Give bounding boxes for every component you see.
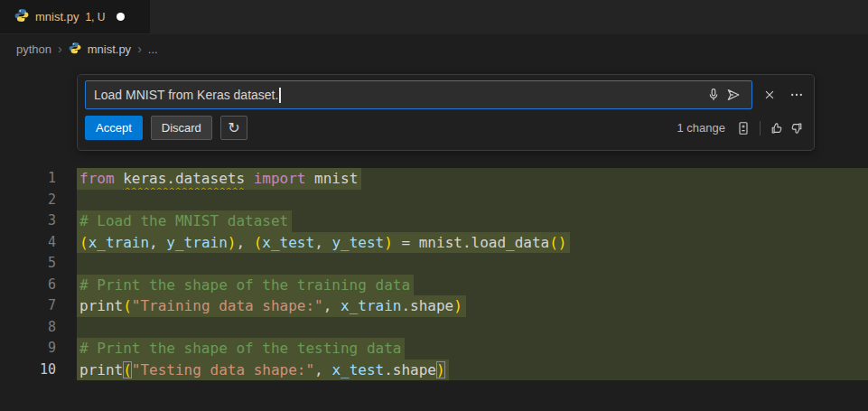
inserted-text-highlight: (x_train, y_train), (x_test, y_test) = m… [77,232,570,254]
code-token: .shape [384,361,436,378]
code-line[interactable]: 6# Print the shape of the training data [0,275,868,296]
code-token: mnist [305,170,358,187]
code-line-content[interactable] [77,190,868,211]
code-token: ( [79,234,89,251]
code-token: ) [228,234,237,251]
diff-file-icon[interactable] [733,118,753,138]
code-line[interactable]: 1from keras.datasets import mnist [0,168,868,190]
code-token: , [314,234,331,251]
python-logo-icon [14,8,29,26]
line-number: 8 [0,317,77,339]
code-token: print [79,361,123,378]
inline-chat-input-row: Load MNIST from Keras dataset. [85,80,807,109]
code-token: # Load the MNIST dataset [79,212,288,229]
editor-area: Load MNIST from Keras dataset. [0,63,868,411]
tab-mnist-py[interactable]: mnist.py 1, U [0,0,150,33]
vscode-editor-group: mnist.py 1, U python › mnist.py › ... Lo… [0,0,868,411]
code-line[interactable]: 8 [0,317,868,339]
code-token: keras.datasets [123,170,245,187]
code-token: .shape [401,297,453,314]
line-number: 1 [0,168,77,190]
line-number: 3 [0,210,77,232]
code-line[interactable]: 4(x_train, y_train), (x_test, y_test) = … [0,232,868,254]
line-number: 2 [0,190,77,211]
code-line[interactable]: 2 [0,190,868,211]
code-token: ) [436,361,445,378]
code-line-content[interactable]: # Load the MNIST dataset [77,210,868,232]
code-token: import [254,170,306,187]
code-token: ) [453,297,462,314]
breadcrumb: python › mnist.py › ... [0,34,868,63]
code-line-content[interactable]: # Print the shape of the testing data [77,338,868,360]
close-icon[interactable] [760,85,779,105]
chevron-right-icon: › [58,42,62,56]
breadcrumb-file[interactable]: mnist.py [88,42,131,56]
code-token: print [79,297,123,314]
code-line-content[interactable]: # Print the shape of the training data [77,275,868,296]
inserted-text-highlight: from keras.datasets import mnist [77,168,361,190]
code-line[interactable]: 9# Print the shape of the testing data [0,338,868,360]
code-token: , [323,297,341,314]
accept-button[interactable]: Accept [85,116,143,140]
text-cursor [279,88,281,103]
tab-decorations: 1, U [85,11,105,23]
code-token: y_train [166,234,227,251]
code-line[interactable]: 10print("Testing data shape:", x_test.sh… [0,360,868,381]
inserted-text-highlight: print("Testing data shape:", x_test.shap… [77,360,449,381]
code-line-content[interactable]: (x_train, y_train), (x_test, y_test) = m… [77,232,868,254]
code-line-content[interactable] [77,317,868,339]
code-token: from [79,170,115,187]
inline-chat-actions-row: Accept Discard ↻ 1 change [85,116,807,140]
code-token: ( [123,297,132,314]
code-line[interactable]: 7print("Training data shape:", x_train.s… [0,295,868,317]
chat-input-text: Load MNIST from Keras dataset. [94,88,278,102]
code-token: y_test [331,234,384,251]
code-line-content[interactable] [77,253,868,275]
retry-icon[interactable]: ↻ [220,116,247,140]
line-number: 6 [0,275,77,296]
inserted-text-highlight: print("Training data shape:", x_train.sh… [77,295,466,317]
discard-button[interactable]: Discard [151,116,212,140]
line-number: 10 [0,360,77,381]
breadcrumb-folder[interactable]: python [16,42,51,56]
changes-count-label[interactable]: 1 change [677,121,726,135]
code-token: # Print the shape of the training data [79,276,410,294]
line-number: 5 [0,253,77,275]
code-token: "Training data shape:" [132,297,323,314]
code-token: x_train [89,234,149,251]
code-token: # Print the shape of the testing data [79,340,401,357]
chat-input[interactable]: Load MNIST from Keras dataset. [85,80,752,109]
separator [760,121,761,135]
code-token: , [314,361,331,378]
code-line-content[interactable]: print("Testing data shape:", x_test.shap… [77,360,868,381]
code-token: x_test [262,234,314,251]
python-logo-icon [69,42,81,57]
code-token: , [236,234,253,251]
line-number: 4 [0,232,77,254]
tab-bar: mnist.py 1, U [0,0,868,34]
code-token: ( [123,361,132,378]
mic-icon[interactable] [704,85,723,105]
code-token: "Testing data shape:" [132,361,314,378]
line-number: 9 [0,338,77,360]
thumbs-up-icon[interactable] [767,118,787,138]
send-icon[interactable] [723,85,743,105]
code-line[interactable]: 5 [0,253,868,275]
code-line-content[interactable]: print("Training data shape:", x_train.sh… [77,295,868,317]
code-lines: 1from keras.datasets import mnist23# Loa… [0,168,868,380]
more-actions-icon[interactable] [787,85,807,105]
inserted-text-highlight: # Print the shape of the training data [77,275,414,296]
code-token: () [549,234,566,251]
inline-chat-widget: Load MNIST from Keras dataset. [77,74,815,151]
code-token: ( [254,234,263,251]
code-token: x_train [341,297,401,314]
chevron-right-icon: › [137,42,142,56]
code-line-content[interactable]: from keras.datasets import mnist [77,168,868,190]
tab-filename: mnist.py [35,10,79,23]
thumbs-down-icon[interactable] [787,118,807,138]
unsaved-dot[interactable] [117,13,125,21]
code-line[interactable]: 3# Load the MNIST dataset [0,210,868,232]
breadcrumb-symbol-more[interactable]: ... [148,42,158,56]
code-token: , [149,234,166,251]
code-token: x_test [331,361,384,378]
